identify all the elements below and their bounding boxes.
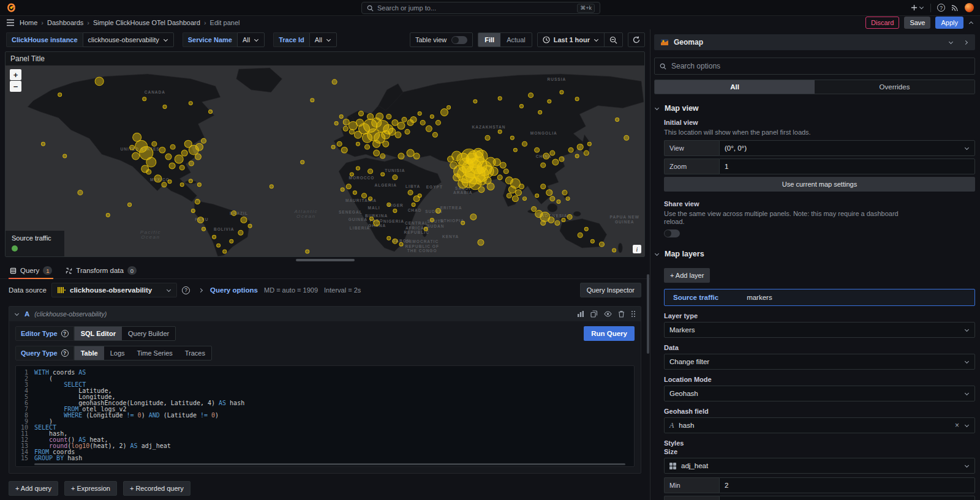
datasource-help-icon[interactable]: ? bbox=[182, 286, 190, 294]
collapse-header-icon[interactable] bbox=[968, 20, 974, 26]
apply-button[interactable]: Apply bbox=[935, 17, 963, 29]
breadcrumb-dashboard-name[interactable]: Simple ClickHouse OTel Dashboard bbox=[93, 19, 200, 26]
query-type-traces[interactable]: Traces bbox=[179, 346, 211, 360]
global-search[interactable]: ⌘+k bbox=[361, 2, 600, 14]
menu-icon[interactable] bbox=[6, 19, 15, 26]
size-field-select[interactable]: adj_heat bbox=[664, 458, 975, 474]
map-marker bbox=[343, 126, 348, 131]
map-marker bbox=[370, 217, 374, 220]
map-marker bbox=[426, 125, 432, 132]
view-select[interactable]: (0°, 0°) bbox=[719, 140, 975, 156]
hide-response-icon[interactable] bbox=[604, 310, 612, 318]
variable-value-dropdown[interactable]: All bbox=[237, 32, 265, 47]
location-mode-select[interactable]: Geohash bbox=[664, 386, 975, 401]
map-view-section-header[interactable]: Map view bbox=[654, 104, 975, 113]
breadcrumb-home[interactable]: Home bbox=[20, 19, 37, 26]
variable-value-dropdown[interactable]: All bbox=[309, 32, 337, 47]
chart-icon[interactable] bbox=[577, 310, 584, 318]
zoom-input[interactable]: 1 bbox=[719, 159, 975, 174]
chevron-down-icon[interactable] bbox=[948, 40, 954, 45]
layer-type-select[interactable]: Markers bbox=[664, 322, 975, 338]
map-marker bbox=[522, 197, 526, 201]
map-marker bbox=[306, 250, 309, 253]
clear-icon[interactable]: × bbox=[955, 421, 959, 430]
options-search-input[interactable] bbox=[671, 62, 970, 70]
map-marker bbox=[168, 180, 172, 184]
discard-button[interactable]: Discard bbox=[865, 17, 899, 29]
chevron-down-icon bbox=[964, 391, 970, 397]
layer-item-source-traffic[interactable]: Source traffic markers bbox=[664, 289, 975, 306]
map-marker bbox=[387, 203, 391, 207]
refresh-button[interactable] bbox=[628, 32, 645, 47]
avatar[interactable] bbox=[965, 3, 974, 12]
recorded-query-button[interactable]: + Recorded query bbox=[123, 481, 190, 496]
news-button[interactable] bbox=[951, 4, 959, 12]
variable-value-dropdown[interactable]: clickhouse-observability bbox=[83, 32, 174, 47]
query-type-logs[interactable]: Logs bbox=[104, 346, 131, 360]
map-place-label: TUNISIA bbox=[385, 168, 405, 173]
min-input[interactable]: 2 bbox=[719, 477, 975, 493]
map-zoom-in-button[interactable]: + bbox=[10, 69, 21, 80]
run-query-button[interactable]: Run Query bbox=[584, 326, 635, 341]
panel-options-sidebar: Geomap All Overrides Map view Ini bbox=[650, 29, 980, 500]
search-input[interactable] bbox=[377, 4, 573, 12]
map-marker bbox=[175, 155, 183, 163]
help-button[interactable]: ? bbox=[937, 4, 945, 12]
query-inspector-button[interactable]: Query Inspector bbox=[580, 283, 641, 297]
query-options-link[interactable]: Query options bbox=[210, 286, 258, 294]
map-layers-section-header[interactable]: Map layers bbox=[654, 250, 975, 258]
time-range-picker[interactable]: Last 1 hour bbox=[538, 33, 604, 47]
sql-editor[interactable]: 1WITH coords AS2 (3 SELECT4 Latitude,5 L… bbox=[15, 365, 635, 467]
query-type-table[interactable]: Table bbox=[75, 346, 104, 360]
zoom-out-time-button[interactable] bbox=[605, 33, 622, 47]
query-type-timeseries[interactable]: Time Series bbox=[131, 346, 179, 360]
map-place-label: BOLIVIA bbox=[214, 227, 235, 231]
tab-all[interactable]: All bbox=[655, 80, 815, 94]
help-icon[interactable]: ? bbox=[61, 349, 69, 357]
query-builder-tab[interactable]: Query Builder bbox=[122, 327, 175, 340]
map-place-label: GUINEA bbox=[349, 217, 368, 222]
max-input[interactable]: 15 bbox=[719, 496, 975, 500]
drag-handle-icon[interactable] bbox=[631, 310, 636, 318]
map-marker bbox=[398, 153, 404, 159]
save-button[interactable]: Save bbox=[904, 17, 930, 29]
tab-query[interactable]: Query 1 bbox=[9, 264, 53, 278]
trash-icon[interactable] bbox=[618, 310, 625, 318]
tab-transform-data[interactable]: Transform data 0 bbox=[64, 264, 138, 278]
tab-overrides[interactable]: Overrides bbox=[815, 80, 974, 94]
table-view-toggle[interactable] bbox=[451, 36, 467, 44]
map-zoom-out-button[interactable]: − bbox=[10, 81, 21, 92]
shortcut-hint: ⌘+k bbox=[577, 4, 595, 13]
use-current-map-settings-button[interactable]: Use current map settings bbox=[664, 177, 975, 192]
visualization-picker[interactable]: Geomap bbox=[654, 34, 975, 50]
new-menu-button[interactable] bbox=[911, 4, 924, 11]
datasource-picker[interactable]: clickhouse-observability bbox=[51, 283, 177, 297]
geohash-field-select[interactable]: A hash × bbox=[664, 417, 975, 433]
chevron-down-icon bbox=[166, 288, 172, 293]
duplicate-icon[interactable] bbox=[590, 310, 598, 318]
left-pane-scrollbar[interactable] bbox=[647, 274, 649, 354]
query-row-header[interactable]: A (clickhouse-observability) bbox=[9, 307, 641, 321]
data-filter-select[interactable]: Change filter bbox=[664, 354, 975, 370]
collapse-query-icon[interactable] bbox=[14, 312, 20, 317]
map-marker bbox=[395, 132, 401, 138]
options-search[interactable] bbox=[654, 58, 975, 75]
expression-button[interactable]: + Expression bbox=[64, 481, 117, 496]
actual-option[interactable]: Actual bbox=[500, 33, 532, 47]
sql-editor-tab[interactable]: SQL Editor bbox=[75, 327, 122, 340]
fill-option[interactable]: Fill bbox=[478, 33, 500, 47]
breadcrumb-dashboards[interactable]: Dashboards bbox=[47, 19, 83, 26]
variable-service-name: Service Name All bbox=[183, 32, 265, 47]
map-canvas[interactable]: RUSSIACANADAUNITED STATESMEXICOBRAZILPER… bbox=[6, 65, 644, 256]
map-attribution-button[interactable]: i bbox=[633, 245, 641, 253]
map-marker bbox=[478, 187, 484, 193]
help-icon[interactable]: ? bbox=[61, 330, 69, 337]
grafana-logo[interactable] bbox=[6, 2, 17, 13]
panel-title[interactable]: Panel Title bbox=[6, 52, 644, 65]
add-query-button[interactable]: + Add query bbox=[9, 481, 58, 496]
editor-horizontal-scrollbar[interactable] bbox=[34, 463, 625, 465]
add-layer-button[interactable]: + Add layer bbox=[664, 268, 710, 283]
collapse-pane-icon[interactable] bbox=[963, 40, 969, 45]
share-view-toggle[interactable] bbox=[664, 229, 680, 237]
panel-resize-handle[interactable] bbox=[0, 257, 650, 263]
